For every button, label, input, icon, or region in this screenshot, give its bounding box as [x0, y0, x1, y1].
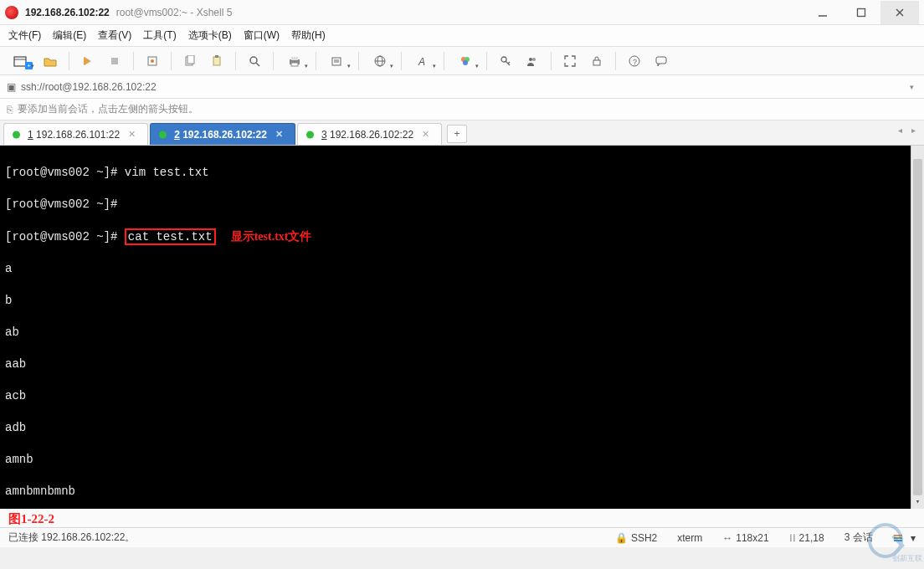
status-position: ⁞⁞21,18 — [789, 532, 824, 544]
svg-rect-12 — [215, 55, 218, 58]
status-term: xterm — [677, 532, 702, 544]
menu-help[interactable]: 帮助(H) — [291, 28, 326, 43]
svg-rect-33 — [593, 60, 600, 65]
close-button[interactable] — [880, 1, 919, 24]
window-subtitle: root@vms002:~ - Xshell 5 — [116, 7, 233, 18]
cmd-cat-highlight: cat test.txt — [125, 228, 216, 245]
tab-label: 192.168.26.102:22 — [182, 129, 267, 141]
svg-point-27 — [463, 60, 468, 65]
window-title: 192.168.26.102:22 — [25, 7, 110, 18]
out-line: aab — [5, 356, 919, 372]
svg-rect-6 — [111, 58, 118, 64]
tab-close-icon[interactable]: ✕ — [128, 129, 136, 140]
out-line: a — [5, 261, 919, 277]
svg-point-13 — [250, 57, 257, 64]
print-button[interactable]: ▾ — [280, 50, 309, 72]
maximize-button[interactable] — [842, 1, 880, 24]
people-button[interactable] — [521, 50, 544, 72]
scroll-thumb[interactable] — [913, 159, 922, 495]
menu-view[interactable]: 查看(V) — [98, 28, 131, 43]
status-dot-icon — [13, 131, 20, 138]
svg-line-14 — [256, 63, 259, 66]
out-line: amnb — [5, 452, 919, 468]
menu-tools[interactable]: 工具(T) — [143, 28, 176, 43]
prompt: [root@vms002 ~]# — [5, 230, 117, 243]
svg-rect-1 — [858, 8, 865, 16]
status-dot-icon — [159, 131, 167, 138]
addressbar[interactable]: ▣ ssh://root@192.168.26.102:22 ▾ — [0, 75, 924, 99]
svg-text:A: A — [418, 56, 425, 67]
compose-button[interactable]: ▾ — [323, 50, 352, 72]
paste-button[interactable] — [205, 50, 228, 72]
open-button[interactable] — [38, 50, 62, 72]
svg-line-30 — [508, 62, 510, 64]
menu-window[interactable]: 窗口(W) — [244, 28, 280, 43]
tab-nav-arrows[interactable]: ◂ ▸ — [898, 126, 919, 135]
tab-num: 1 — [28, 129, 33, 141]
annotation: 显示test.txt文件 — [231, 230, 312, 243]
properties-button[interactable] — [141, 50, 164, 72]
chat-button[interactable] — [649, 50, 673, 72]
scroll-down-icon[interactable]: ▾ — [911, 495, 924, 509]
status-dot-icon — [306, 131, 314, 138]
statusbar: 已连接 192.168.26.102:22。 🔒SSH2 xterm ↔118x… — [0, 527, 924, 547]
out-line: adb — [5, 420, 919, 436]
svg-rect-16 — [291, 57, 298, 60]
tab-2[interactable]: 2 192.168.26.102:22 ✕ — [150, 123, 295, 145]
tab-close-icon[interactable]: ✕ — [275, 129, 283, 140]
out-line: b — [5, 293, 919, 309]
find-button[interactable] — [243, 50, 266, 72]
svg-point-31 — [529, 58, 532, 61]
svg-rect-10 — [187, 55, 194, 64]
new-session-button[interactable]: +▾ — [7, 50, 35, 72]
hintbar: ⎘ 要添加当前会话，点击左侧的箭头按钮。 — [0, 99, 924, 120]
terminal-scrollbar[interactable]: ▴ ▾ — [911, 146, 924, 509]
size-icon: ↔ — [722, 532, 732, 544]
font-button[interactable]: A▾ — [408, 50, 437, 72]
help-button[interactable]: ? — [623, 50, 646, 72]
figure-caption: 图1-22-2 — [0, 509, 924, 527]
svg-rect-17 — [291, 63, 298, 66]
menu-edit[interactable]: 编辑(E) — [53, 28, 86, 43]
tab-label: 192.168.26.102:22 — [330, 129, 413, 141]
tab-3[interactable]: 3 192.168.26.102:22 ✕ — [297, 123, 442, 145]
prompt: [root@vms002 ~]# — [5, 166, 117, 179]
tab-close-icon[interactable]: ✕ — [422, 129, 429, 140]
tab-num: 2 — [174, 129, 180, 141]
titlebar: 192.168.26.102:22 root@vms002:~ - Xshell… — [0, 0, 924, 25]
app-icon — [5, 6, 18, 19]
copy-button[interactable] — [178, 50, 202, 72]
out-line: acb — [5, 388, 919, 404]
minimize-button[interactable] — [803, 1, 842, 24]
add-tab-button[interactable]: + — [447, 125, 467, 143]
reconnect-button[interactable] — [76, 50, 100, 72]
status-ssh: 🔒SSH2 — [615, 532, 657, 544]
status-connection: 已连接 192.168.26.102:22。 — [8, 531, 595, 545]
color-button[interactable]: ▾ — [451, 50, 480, 72]
fullscreen-button[interactable] — [558, 50, 582, 72]
key-button[interactable] — [494, 50, 517, 72]
svg-rect-36 — [656, 57, 666, 64]
status-size: ↔118x21 — [722, 532, 768, 544]
svg-rect-11 — [213, 57, 220, 65]
svg-rect-4 — [14, 57, 26, 66]
watermark-text: 创新互联 — [872, 554, 922, 562]
tab-1[interactable]: 1 192.168.26.101:22 ✕ — [3, 123, 148, 145]
menubar: 文件(F) 编辑(E) 查看(V) 工具(T) 选项卡(B) 窗口(W) 帮助(… — [0, 25, 924, 47]
tabstrip: 1 192.168.26.101:22 ✕ 2 192.168.26.102:2… — [0, 120, 924, 146]
cmd-text: vim test.txt — [125, 166, 209, 179]
address-text: ssh://root@192.168.26.102:22 — [21, 81, 157, 93]
watermark-logo: 创新互联 — [852, 520, 919, 561]
address-dropdown-icon[interactable]: ▾ — [906, 83, 917, 91]
tab-label: 192.168.26.101:22 — [36, 129, 120, 141]
lock-button[interactable] — [585, 50, 608, 72]
terminal[interactable]: [root@vms002 ~]# vim test.txt [root@vms0… — [0, 146, 924, 509]
menu-tabs[interactable]: 选项卡(B) — [188, 28, 232, 43]
bookmark-icon[interactable]: ⎘ — [7, 104, 13, 115]
disconnect-button[interactable] — [103, 50, 126, 72]
out-line: ab — [5, 325, 919, 341]
out-line: amnbmnbmnb — [5, 484, 919, 500]
pos-icon: ⁞⁞ — [789, 532, 796, 544]
menu-file[interactable]: 文件(F) — [8, 28, 41, 43]
globe-button[interactable]: ▾ — [366, 50, 394, 72]
